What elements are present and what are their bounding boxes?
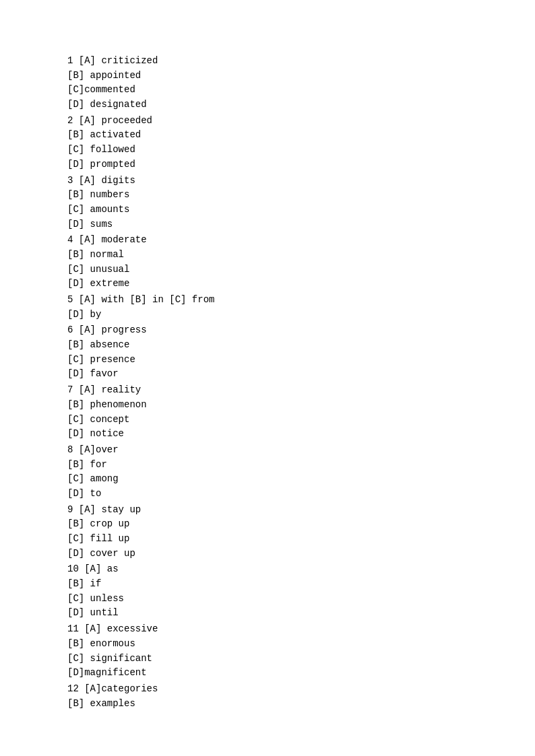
option-line: 5 [A] with [B] in [C] from [67, 293, 468, 308]
option-line: [B] normal [67, 248, 468, 263]
option-line: [D] designated [67, 98, 468, 112]
option-line: [C] followed [67, 143, 468, 158]
question-block: 4 [A] moderate[B] normal[C] unusual[D] e… [67, 233, 468, 291]
question-block: 11 [A] excessive[B] enormous[C] signific… [67, 622, 468, 681]
option-line: [D] notice [67, 427, 468, 442]
option-line: [C] fill up [67, 532, 468, 547]
option-line: [B] enormous [67, 637, 468, 652]
option-line: [D] until [67, 606, 468, 621]
question-block: 2 [A] proceeded[B] activated[C] followed… [67, 114, 468, 172]
option-line: [D] by [67, 308, 468, 322]
option-line: 1 [A] criticized [67, 54, 468, 69]
option-line: [C] presence [67, 353, 468, 368]
question-block: 7 [A] reality[B] phenomenon[C] concept[D… [67, 383, 468, 442]
option-line: [B] appointed [67, 69, 468, 83]
option-line: [C] among [67, 472, 468, 487]
option-line: [C] significant [67, 652, 468, 666]
question-block: 8 [A]over[B] for[C] among[D] to [67, 443, 468, 502]
option-line: [D] to [67, 487, 468, 502]
option-line: [B] phenomenon [67, 398, 468, 413]
option-line: [C]commented [67, 83, 468, 98]
option-line: [D]magnificent [67, 666, 468, 681]
question-block: 9 [A] stay up[B] crop up[C] fill up[D] c… [67, 503, 468, 561]
option-line: [D] sums [67, 217, 468, 232]
option-line: [B] if [67, 577, 468, 592]
question-block: 6 [A] progress[B] absence[C] presence[D]… [67, 323, 468, 382]
question-block: 1 [A] criticized[B] appointed[C]commente… [67, 54, 468, 112]
option-line: 9 [A] stay up [67, 503, 468, 518]
question-block: 5 [A] with [B] in [C] from[D] by [67, 293, 468, 322]
option-line: 6 [A] progress [67, 323, 468, 338]
option-line: [C] unusual [67, 263, 468, 277]
option-line: 8 [A]over [67, 443, 468, 458]
option-line: 2 [A] proceeded [67, 114, 468, 129]
option-line: [C] concept [67, 413, 468, 427]
option-line: [C] unless [67, 592, 468, 607]
option-line: [D] extreme [67, 277, 468, 291]
option-line: [D] prompted [67, 158, 468, 172]
option-line: [D] cover up [67, 547, 468, 561]
option-line: 4 [A] moderate [67, 233, 468, 248]
option-line: [B] absence [67, 338, 468, 353]
option-line: 10 [A] as [67, 562, 468, 577]
question-block: 12 [A]categories[B] examples [67, 682, 468, 711]
option-line: 7 [A] reality [67, 383, 468, 398]
option-line: [B] crop up [67, 517, 468, 532]
question-block: 3 [A] digits[B] numbers[C] amounts[D] su… [67, 174, 468, 232]
option-line: [B] examples [67, 697, 468, 712]
option-line: [B] for [67, 458, 468, 473]
main-content: 1 [A] criticized[B] appointed[C]commente… [67, 54, 468, 711]
option-line: 3 [A] digits [67, 174, 468, 188]
question-block: 10 [A] as[B] if[C] unless[D] until [67, 562, 468, 621]
option-line: 11 [A] excessive [67, 622, 468, 637]
option-line: 12 [A]categories [67, 682, 468, 697]
option-line: [C] amounts [67, 203, 468, 217]
option-line: [B] activated [67, 128, 468, 143]
option-line: [B] numbers [67, 188, 468, 203]
option-line: [D] favor [67, 367, 468, 382]
